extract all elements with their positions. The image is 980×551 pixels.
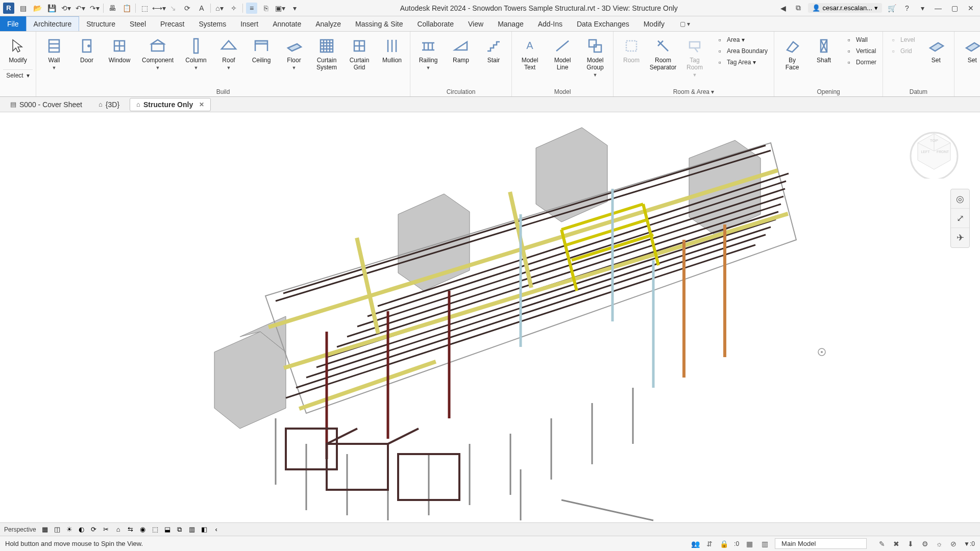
vcb-icon-9[interactable]: ⬚ [151,525,160,534]
level-button[interactable]: ▫Level [886,35,918,45]
qat-close-views-icon[interactable]: ⎘ [260,3,272,14]
area-boundary-button[interactable]: ▫Area Boundary [713,46,771,56]
infocenter-back-icon[interactable]: ◀ [777,3,789,14]
status-right-icon-3[interactable]: ⚙ [920,539,930,549]
qat-text-icon[interactable]: ⟳ [182,3,193,14]
qat-text-icon[interactable]: A [196,3,207,14]
view-tab[interactable]: ⌂Structure Only✕ [130,98,211,111]
curtain-grid-button[interactable]: Curtain Grid [345,34,374,83]
model-text-button[interactable]: AModel Text [515,34,545,83]
vcb-icon-10[interactable]: ⬓ [163,525,172,534]
vcb-icon-8[interactable]: ◉ [138,525,148,534]
set-wp-button[interactable]: Set [958,34,980,83]
tab-add-ins[interactable]: Add-Ins [531,16,570,31]
qat-open-icon[interactable]: 📂 [32,3,43,14]
tab-architecture[interactable]: Architecture [26,16,80,31]
vcb-icon-13[interactable]: ◧ [200,525,209,534]
status-right-icon-0[interactable]: ✎ [877,539,887,549]
vcb-icon-3[interactable]: ◐ [77,525,86,534]
model-group-button[interactable]: Model Group▼ [580,34,610,83]
qat-section-icon[interactable]: ✧ [228,3,239,14]
qat-measure-icon[interactable]: 📋 [121,3,132,14]
tab-precast[interactable]: Precast [153,16,191,31]
tab-steel[interactable]: Steel [122,16,153,31]
vcb-icon-4[interactable]: ⟳ [89,525,99,534]
zoom-icon[interactable]: ⤢ [951,209,969,228]
roof-button[interactable]: Roof▼ [214,34,243,83]
qat-switch-windows-icon[interactable]: ▣▾ [275,3,286,14]
model-line-button[interactable]: Model Line [548,34,577,83]
qat-file-icon[interactable]: ▤ [17,3,29,14]
design-options-icon[interactable]: ▥ [760,539,770,549]
ribbon-options[interactable]: ▢ ▾ [676,16,694,31]
qat-sync-icon[interactable]: ⟲▾ [60,3,71,14]
tab-manage[interactable]: Manage [491,16,531,31]
area-button[interactable]: ▫Area ▾ [713,35,771,45]
panel-room-area-label[interactable]: Room & Area ▾ [617,87,771,95]
status-right-icon-1[interactable]: ✖ [891,539,901,549]
tab-view[interactable]: View [461,16,491,31]
vcb-icon-1[interactable]: ◫ [53,525,62,534]
view-cube[interactable]: TOP FRONT LEFT [909,128,960,179]
qat-thin-lines-icon[interactable]: ≡ [246,3,257,14]
op-vertical-button[interactable]: ▫Vertical [842,46,879,56]
qat-customize-icon[interactable]: ▾ [289,3,300,14]
steering-wheel-icon[interactable]: ◎ [951,189,969,209]
status-right-icon-4[interactable]: ☼ [934,539,944,549]
tab-data-exchanges[interactable]: Data Exchanges [570,16,636,31]
close-button[interactable]: ✕ [965,3,977,13]
tab-collaborate[interactable]: Collaborate [410,16,461,31]
component-button[interactable]: Component▼ [137,34,178,83]
floor-button[interactable]: Floor▼ [279,34,309,83]
drawing-canvas[interactable]: TOP FRONT LEFT ◎ ⤢ ✈ [0,112,980,522]
qat-align-icon[interactable]: ⬚ [139,3,150,14]
by-face-button[interactable]: By Face [777,34,807,83]
view-scale[interactable]: Perspective [4,526,36,533]
op-dormer-button[interactable]: ▫Dormer [842,57,879,67]
door-button[interactable]: Door [72,34,102,83]
grid-button[interactable]: ▫Grid [886,46,918,56]
tag-room-button[interactable]: Tag Room▼ [680,34,709,83]
help-dropdown-icon[interactable]: ▾ [917,3,928,14]
app-store-icon[interactable]: 🛒 [886,3,897,14]
vcb-icon-14[interactable]: ‹ [212,525,221,534]
tab-insert[interactable]: Insert [233,16,265,31]
help-icon[interactable]: ? [901,3,913,14]
ceiling-button[interactable]: Ceiling [247,34,276,83]
minimize-button[interactable]: — [932,3,944,13]
qat-3d-icon[interactable]: ⌂▾ [214,3,225,14]
design-option-select[interactable]: Main Model [775,538,867,549]
vcb-icon-0[interactable]: ▦ [40,525,50,534]
ramp-button[interactable]: Ramp [446,34,476,83]
tab-systems[interactable]: Systems [191,16,233,31]
qat-save-icon[interactable]: 💾 [46,3,57,14]
file-tab[interactable]: File [0,16,26,31]
vcb-icon-2[interactable]: ☀ [65,525,74,534]
curtain-system-button[interactable]: Curtain System [312,34,341,83]
view-tab[interactable]: ▤S000 - Cover Sheet [4,98,88,111]
op-wall-button[interactable]: ▫Wall [842,35,879,45]
stair-button[interactable]: Stair [479,34,508,83]
wall-button[interactable]: Wall▼ [39,34,69,83]
pan-icon[interactable]: ✈ [951,228,969,247]
qat-dimension-icon[interactable]: ⟷▾ [153,3,164,14]
column-button[interactable]: Column▼ [181,34,211,83]
tab-annotate[interactable]: Annotate [265,16,308,31]
vcb-icon-11[interactable]: ⧉ [175,525,184,534]
tag-area-button[interactable]: ▫Tag Area ▾ [713,57,771,67]
shaft-button[interactable]: Shaft [809,34,839,83]
railing-button[interactable]: Railing▼ [413,34,443,83]
vcb-icon-5[interactable]: ✂ [102,525,111,534]
set-button[interactable]: Set [921,34,951,83]
tab-modify[interactable]: Modify [636,16,672,31]
tab-massing-site[interactable]: Massing & Site [348,16,410,31]
window-button[interactable]: Window [105,34,134,83]
mullion-button[interactable]: Mullion [377,34,407,83]
model-view[interactable] [0,112,980,522]
status-mid-icon-2[interactable]: 🔒 [719,539,729,549]
status-mid-icon-0[interactable]: 👥 [690,539,700,549]
infocenter-link-icon[interactable]: ⧉ [793,3,804,14]
filter-count[interactable]: ▼:0 [964,540,975,547]
editable-only-icon[interactable]: ▦ [744,539,754,549]
vcb-icon-12[interactable]: ▥ [187,525,197,534]
